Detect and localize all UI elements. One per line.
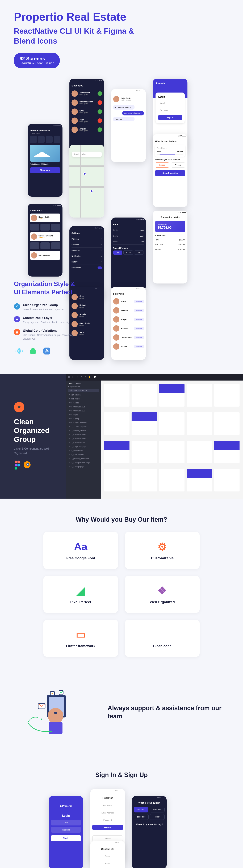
svg-point-11: [14, 467, 18, 470]
appstore-icon: [42, 346, 52, 356]
figma-layer-item: # 18_Settings Details page: [68, 461, 99, 465]
map-pin-icon: [90, 190, 93, 192]
react-icon: [14, 346, 24, 356]
why-card: ⚙Customizable: [125, 532, 200, 569]
password-field: Password: [158, 107, 182, 113]
figma-section: 🎓 Clean Organized Group Layer & Componen…: [0, 374, 243, 499]
org-features: Organization Style & UI Elements Perfect…: [14, 280, 229, 356]
figma-artboard-thumb: [159, 412, 184, 435]
why-label: Clean code: [130, 644, 194, 648]
layer-icon: ◈: [14, 316, 20, 322]
figma-screenshot: ▦▷□╱T✋💬 LayersAssets ✓Light Version Styl…: [66, 374, 243, 499]
why-section: Why Would you Buy Our Item? AaFree Googl…: [14, 499, 229, 667]
figma-layer-item: # Light Version: [68, 393, 99, 397]
svg-point-4: [32, 349, 32, 349]
android-icon: [28, 346, 38, 356]
feature-item: ◈ Customizable LayerEvery Layer are Cust…: [14, 316, 80, 324]
svg-point-0: [19, 350, 20, 352]
svg-point-23: [41, 718, 42, 720]
why-card: AaFree Google Font: [43, 532, 118, 569]
why-label: Free Google Font: [49, 556, 113, 560]
figma-layer-item: # 11_Property Details: [68, 429, 99, 433]
settings-row: Personal›: [71, 236, 102, 242]
why-title: Why Would you Buy Our Item?: [14, 516, 229, 523]
why-icon: [130, 628, 194, 641]
why-icon: Aa: [49, 540, 113, 553]
figma-artboard-thumb: [214, 469, 240, 492]
figma-layer-item: # 14_Single chat page: [68, 445, 99, 449]
svg-point-10: [18, 464, 20, 466]
support-text: Always support & assistence from our tea…: [108, 704, 229, 720]
message-item: Jolie Bufferlorem ipsum..: [71, 89, 102, 98]
figma-artboard-thumb: [131, 441, 157, 463]
mockup-home: 12:47 ▬ ▬ Hotel & Extended City Choose h…: [28, 124, 62, 197]
toggle-icon: [97, 267, 102, 269]
feature-item: ✓ Clean Organized GroupLayer & component…: [14, 303, 80, 311]
figma-layer-item: # 12_Customer Profile: [68, 433, 99, 437]
why-icon: ⚙: [130, 540, 194, 553]
figma-artboard-thumb: [131, 469, 157, 492]
video-icon: [97, 100, 102, 105]
blender-icon: [23, 461, 31, 470]
figma-artboard-thumb: [187, 412, 212, 435]
figma-logo-icon: [14, 461, 20, 470]
screens-badge: 62 Screens Beautiful & Clean Design: [14, 53, 60, 68]
figma-artboard-thumb: [159, 384, 184, 407]
figma-artboard-thumb: [104, 412, 129, 435]
figma-layer-item: # 15_Reviews list: [68, 449, 99, 453]
figma-layer-item: # 02_Onboarding 01: [68, 405, 99, 409]
mockup-signin: ◉ Propertio Login Email Password Sign In: [49, 796, 83, 868]
figma-desc: Layer & Component are well Organised: [14, 446, 59, 455]
globe-icon: ◉: [14, 329, 20, 335]
why-card: ◢Pixel Perfect: [43, 576, 118, 613]
svg-point-5: [34, 349, 34, 349]
svg-point-7: [14, 461, 18, 463]
figma-artboard-thumb: [131, 384, 157, 407]
signin-btn: Sign In: [158, 115, 182, 120]
mockup-wallet: 12:47 ▬ ▬ Transaction details Total Bala…: [153, 211, 187, 283]
figma-artboard-thumb: [104, 384, 129, 407]
mockup-budget-dark: 12:47 ▬ ▬ What is your budget $500-1000 …: [132, 796, 166, 868]
why-card: ▭Flutter framework: [43, 620, 118, 657]
figma-layer-item: # 11_All New Property: [68, 425, 99, 429]
email-field: Email: [158, 100, 182, 106]
signin-section: Sign In & Sign Up ◉ Propertio Login Emai…: [14, 757, 229, 868]
mockup-contact: 12:47 ▬ ▬ Contact Us Name Email Message …: [90, 841, 125, 868]
figma-artboard-thumb: [104, 469, 129, 492]
figma-artboard-thumb: [159, 441, 184, 463]
feature-item: ◉ Global Color VariationsUse Popular Col…: [14, 329, 80, 341]
mockup-messages: 12:47 ▬ ▬ Massages Jolie Bufferlorem ips…: [69, 79, 104, 152]
search-input: Search location...: [72, 152, 102, 157]
figma-artboard-thumb: [187, 384, 212, 407]
why-label: Flutter framework: [49, 644, 113, 648]
figma-title: Clean Organized Group: [14, 417, 59, 444]
why-icon: ❖: [130, 585, 194, 597]
why-label: Customizable: [130, 556, 194, 560]
svg-point-20: [48, 708, 63, 723]
figma-layer-item: # 01_Splash: [68, 401, 99, 405]
figma-layer-item: # 05_Forgot Password: [68, 421, 99, 425]
figma-layer-item: # 03_Login: [68, 413, 99, 417]
figma-layer-item: # 02_Onboarding 02: [68, 409, 99, 413]
why-label: Pixel Perfect: [49, 600, 113, 604]
check-icon: ✓: [68, 386, 69, 388]
support-illustration: [14, 681, 97, 744]
why-label: Well Organized: [130, 600, 194, 604]
brand-logo: Propertio: [156, 82, 184, 85]
svg-point-8: [18, 461, 20, 463]
svg-point-14: [27, 464, 28, 465]
why-card: Clean code: [125, 620, 200, 657]
figma-artboard-thumb: [131, 412, 157, 435]
figma-artboard-thumb: [187, 441, 212, 463]
signin-title: Sign In & Sign Up: [14, 771, 229, 779]
figma-layer-item: # 04_Sign up: [68, 417, 99, 421]
figma-layer-item: # 12_Customer Profile: [68, 437, 99, 441]
figma-layer-item: # 14_Customer Chat: [68, 441, 99, 445]
why-icon: ▭: [49, 628, 113, 641]
hero-subtitle: ReactNative CLI UI Kit & Figma & Blend I…: [14, 26, 135, 46]
call-icon: [97, 91, 102, 96]
figma-layer-item: # 18_Settings page: [68, 465, 99, 469]
mockup-filter: 12:47 ▬ ▬ Filter BedsAny BathsAny FloorA…: [111, 218, 146, 290]
figma-menu-icon: ▦: [68, 376, 70, 378]
why-icon: ◢: [49, 585, 113, 597]
